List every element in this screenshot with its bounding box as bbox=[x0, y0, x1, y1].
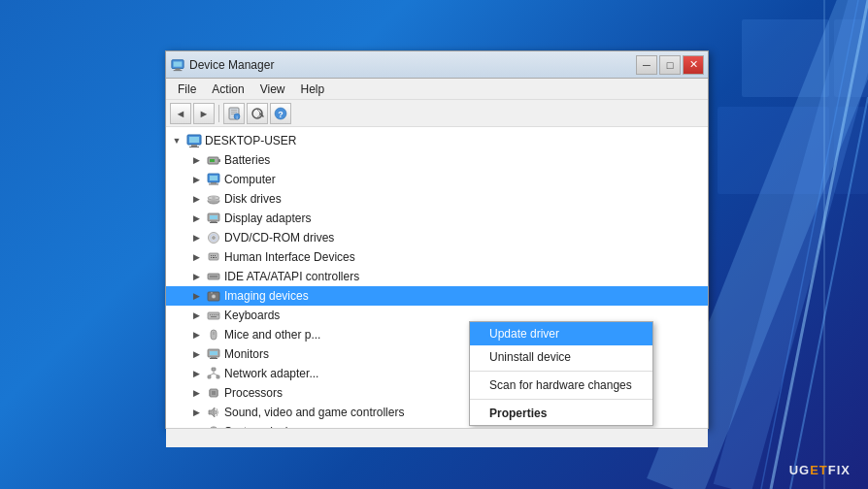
keyboards-expand[interactable]: ▶ bbox=[189, 309, 203, 322]
svg-rect-72 bbox=[212, 368, 216, 371]
batteries-icon bbox=[206, 152, 221, 168]
tree-item-disk[interactable]: ▶ Disk drives bbox=[166, 189, 708, 209]
tree-item-dvd[interactable]: ▶ DVD/CD-ROM drives bbox=[166, 228, 708, 247]
window-title: Device Manager bbox=[189, 58, 636, 72]
network-icon bbox=[206, 366, 221, 381]
display-expand[interactable]: ▶ bbox=[189, 212, 203, 225]
menu-view[interactable]: View bbox=[252, 81, 293, 98]
imaging-expand[interactable]: ▶ bbox=[189, 289, 203, 303]
toolbar-help[interactable]: ? bbox=[270, 103, 291, 124]
network-label: Network adapter... bbox=[224, 367, 318, 380]
processors-label: Processors bbox=[224, 386, 283, 400]
desktop: UGETFIX Device Manager ─ □ ✕ File bbox=[0, 0, 868, 489]
ctx-separator-2 bbox=[470, 399, 652, 400]
tree-item-batteries[interactable]: ▶ Batteries bbox=[166, 150, 708, 170]
tree-item-hid[interactable]: ▶ Human Interface Devices bbox=[166, 247, 708, 267]
svg-line-77 bbox=[214, 374, 218, 375]
toolbar-properties[interactable]: i bbox=[223, 103, 245, 124]
svg-point-43 bbox=[213, 237, 216, 240]
svg-point-56 bbox=[213, 295, 216, 298]
svg-point-37 bbox=[212, 197, 216, 199]
svg-rect-6 bbox=[834, 19, 868, 97]
monitors-icon bbox=[206, 346, 221, 362]
svg-rect-62 bbox=[216, 314, 217, 315]
mice-expand[interactable]: ▶ bbox=[189, 328, 203, 342]
svg-rect-29 bbox=[210, 159, 215, 162]
svg-line-76 bbox=[210, 374, 215, 375]
tree-item-imaging[interactable]: ▶ Imaging devices bbox=[166, 286, 708, 306]
svg-rect-26 bbox=[189, 147, 199, 147]
menu-help[interactable]: Help bbox=[293, 81, 333, 98]
dvd-expand[interactable]: ▶ bbox=[189, 231, 203, 244]
disk-label: Disk drives bbox=[224, 192, 282, 206]
hid-label: Human Interface Devices bbox=[224, 250, 355, 264]
sound-icon bbox=[206, 405, 221, 420]
mice-icon bbox=[206, 327, 221, 342]
svg-rect-48 bbox=[215, 255, 216, 256]
keyboards-label: Keyboards bbox=[224, 309, 280, 322]
svg-point-67 bbox=[213, 332, 215, 334]
ctx-uninstall[interactable]: Uninstall device bbox=[470, 345, 652, 369]
svg-rect-39 bbox=[210, 215, 217, 219]
svg-rect-46 bbox=[211, 255, 212, 256]
svg-rect-25 bbox=[191, 145, 197, 147]
ide-label: IDE ATA/ATAPI controllers bbox=[224, 270, 359, 283]
root-label: DESKTOP-USER bbox=[205, 134, 296, 147]
system-expand[interactable]: ▶ bbox=[189, 425, 203, 428]
context-menu: Update driver Uninstall device Scan for … bbox=[469, 321, 653, 426]
toolbar-separator-1 bbox=[218, 105, 219, 122]
system-label: System devices bbox=[224, 425, 306, 428]
close-button[interactable]: ✕ bbox=[683, 55, 704, 75]
svg-rect-64 bbox=[211, 316, 217, 317]
hid-expand[interactable]: ▶ bbox=[189, 250, 203, 264]
toolbar: ◄ ► i bbox=[166, 100, 708, 127]
monitors-label: Monitors bbox=[224, 347, 269, 361]
tree-item-ide[interactable]: ▶ IDE ATA/ATAPI controllers bbox=[166, 267, 708, 286]
svg-rect-28 bbox=[218, 159, 220, 162]
computer-label: Computer bbox=[224, 173, 276, 186]
toolbar-scan[interactable] bbox=[247, 103, 268, 124]
maximize-button[interactable]: □ bbox=[659, 55, 681, 75]
batteries-expand[interactable]: ▶ bbox=[189, 153, 203, 167]
ide-expand[interactable]: ▶ bbox=[189, 270, 203, 283]
tree-root[interactable]: ▼ DESKTOP-USER bbox=[166, 131, 708, 150]
svg-rect-24 bbox=[189, 137, 199, 143]
menu-action[interactable]: Action bbox=[204, 81, 251, 98]
watermark: UGETFIX bbox=[789, 463, 851, 477]
processors-expand[interactable]: ▶ bbox=[189, 386, 203, 400]
svg-rect-32 bbox=[211, 182, 217, 184]
toolbar-forward[interactable]: ► bbox=[193, 103, 215, 124]
disk-expand[interactable]: ▶ bbox=[189, 192, 203, 206]
svg-text:?: ? bbox=[278, 110, 284, 119]
imaging-label: Imaging devices bbox=[224, 289, 309, 303]
root-expand[interactable]: ▼ bbox=[170, 134, 184, 147]
batteries-label: Batteries bbox=[224, 153, 270, 167]
tree-item-computer[interactable]: ▶ Computer bbox=[166, 170, 708, 189]
svg-rect-16 bbox=[231, 112, 237, 113]
ctx-separator bbox=[470, 371, 652, 372]
tree-item-display[interactable]: ▶ Display adapters bbox=[166, 209, 708, 228]
network-expand[interactable]: ▶ bbox=[189, 367, 203, 380]
root-icon bbox=[186, 133, 202, 148]
computer-expand[interactable]: ▶ bbox=[189, 173, 203, 186]
ctx-scan[interactable]: Scan for hardware changes bbox=[470, 374, 652, 397]
watermark-fix: FIX bbox=[828, 463, 851, 477]
minimize-button[interactable]: ─ bbox=[636, 55, 657, 75]
svg-rect-61 bbox=[214, 314, 215, 315]
svg-rect-51 bbox=[216, 257, 217, 258]
toolbar-back[interactable]: ◄ bbox=[170, 103, 191, 124]
computer-icon bbox=[206, 172, 221, 187]
svg-rect-89 bbox=[214, 427, 215, 428]
sound-expand[interactable]: ▶ bbox=[189, 406, 203, 419]
ctx-update-driver[interactable]: Update driver bbox=[470, 322, 652, 345]
svg-rect-59 bbox=[210, 314, 211, 315]
menu-file[interactable]: File bbox=[170, 81, 204, 98]
status-bar bbox=[166, 428, 708, 447]
dvd-icon bbox=[206, 230, 221, 245]
content-area: ▼ DESKTOP-USER ▶ bbox=[166, 127, 708, 428]
keyboards-icon bbox=[206, 308, 221, 323]
monitors-expand[interactable]: ▶ bbox=[189, 347, 203, 361]
watermark-ug: UG bbox=[789, 463, 811, 477]
window-icon bbox=[170, 57, 185, 73]
ctx-properties[interactable]: Properties bbox=[470, 402, 652, 425]
